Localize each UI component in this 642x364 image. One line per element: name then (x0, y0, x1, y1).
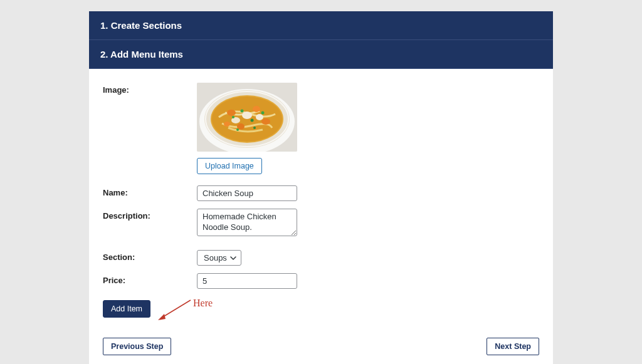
wizard-container: 1. Create Sections 2. Add Menu Items Ima… (89, 11, 553, 364)
description-label: Description: (103, 209, 197, 221)
soup-image (197, 83, 297, 152)
upload-image-button[interactable]: Upload Image (197, 158, 262, 174)
previous-step-button[interactable]: Previous Step (103, 338, 171, 355)
svg-marker-22 (158, 314, 166, 320)
section-row: Section: Soups (103, 250, 539, 266)
image-label: Image: (103, 83, 197, 95)
annotation-text: Here (193, 298, 213, 309)
price-input[interactable] (197, 273, 297, 289)
image-field: Upload Image (197, 83, 539, 174)
svg-point-17 (261, 112, 265, 115)
description-input[interactable]: Homemade Chicken Noodle Soup. (197, 209, 297, 236)
nav-row: Previous Step Next Step (103, 334, 539, 355)
name-input[interactable] (197, 185, 297, 201)
section-selected-value: Soups (204, 253, 227, 263)
svg-point-7 (253, 106, 260, 112)
add-item-row: Add Item Here (103, 300, 539, 318)
step-2-header[interactable]: 2. Add Menu Items (89, 40, 553, 69)
svg-point-8 (261, 118, 270, 125)
section-select[interactable]: Soups (197, 250, 241, 266)
name-row: Name: (103, 185, 539, 201)
svg-point-14 (241, 110, 244, 113)
price-label: Price: (103, 273, 197, 285)
description-row: Description: Homemade Chicken Noodle Sou… (103, 209, 539, 239)
svg-point-13 (256, 114, 263, 120)
svg-point-11 (242, 112, 252, 119)
add-item-button[interactable]: Add Item (103, 300, 150, 318)
chevron-down-icon (229, 254, 237, 262)
section-label: Section: (103, 250, 197, 262)
svg-line-21 (162, 300, 191, 318)
svg-point-10 (224, 122, 230, 127)
svg-point-18 (253, 127, 256, 129)
next-step-button[interactable]: Next Step (487, 338, 539, 355)
step-1-header[interactable]: 1. Create Sections (89, 11, 553, 40)
svg-point-16 (232, 116, 234, 118)
price-row: Price: (103, 273, 539, 289)
form-content: Image: (89, 69, 553, 364)
svg-point-15 (251, 119, 254, 122)
svg-point-6 (227, 110, 236, 116)
name-label: Name: (103, 185, 197, 197)
image-row: Image: (103, 83, 539, 174)
image-preview (197, 83, 297, 152)
svg-point-19 (236, 128, 239, 131)
